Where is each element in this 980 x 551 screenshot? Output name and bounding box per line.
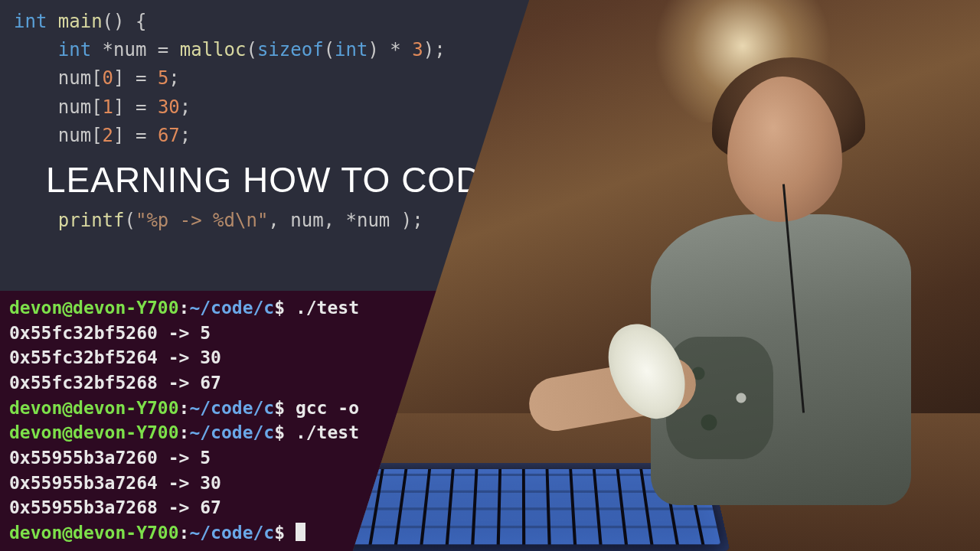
person — [590, 46, 911, 505]
thumbnail-title: LEARNING HOW TO CODE — [46, 159, 506, 201]
terminal-cursor — [296, 523, 305, 541]
